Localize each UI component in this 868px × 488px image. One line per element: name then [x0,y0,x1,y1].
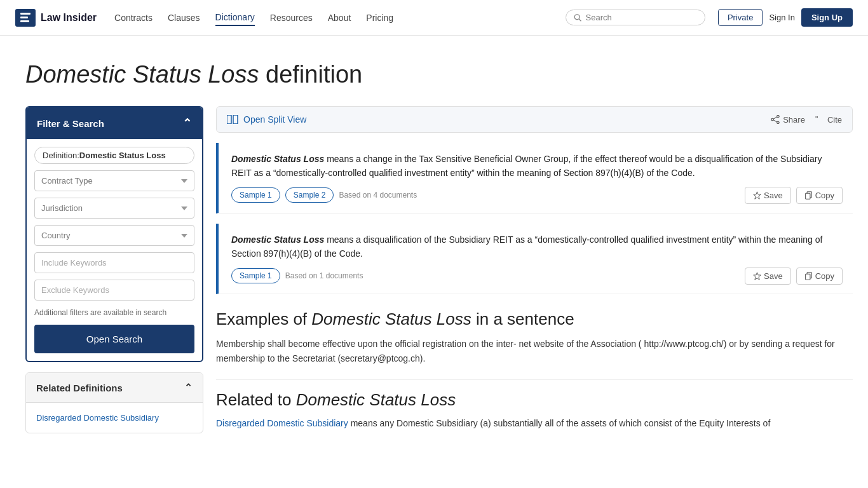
filter-note: Additional filters are available in sear… [34,307,194,318]
svg-rect-18 [805,274,810,280]
private-button[interactable]: Private [718,9,763,26]
filter-title: Filter & Search [37,118,104,129]
page-title: Domestic Status Loss definition [25,61,853,88]
page-container: Domestic Status Loss definition Filter &… [0,36,868,459]
filter-collapse-icon[interactable]: ⌃ [182,116,192,130]
split-view-icon [227,115,238,124]
examples-title: Examples of Domestic Status Loss in a se… [216,309,853,329]
logo-icon [15,9,36,27]
svg-line-11 [773,120,777,122]
svg-point-8 [771,118,774,121]
copy-icon [804,191,813,200]
definition-tag-value: Domestic Status Loss [79,151,166,160]
nav-contracts[interactable]: Contracts [114,10,153,25]
definition-text-1: Domestic Status Loss means a change in t… [231,152,843,180]
svg-marker-16 [754,272,761,279]
nav-clauses[interactable]: Clauses [168,10,200,25]
filter-box: Filter & Search ⌃ Definition: Domestic S… [25,106,203,362]
open-search-button[interactable]: Open Search [34,325,194,353]
related-definitions-box: Related Definitions ⌃ Disregarded Domest… [25,372,203,433]
svg-marker-13 [754,192,761,199]
related-definitions-header: Related Definitions ⌃ [26,373,203,403]
examples-text: Membership shall become effective upon t… [216,337,853,381]
nav-logo[interactable]: Law Insider [15,9,97,27]
signup-button[interactable]: Sign Up [801,8,853,27]
svg-point-7 [777,115,780,118]
nav-about[interactable]: About [328,10,351,25]
nav-actions: Private Sign In Sign Up [718,8,853,27]
svg-rect-6 [233,115,238,124]
definition-samples-1: Sample 1 Sample 2 Based on 4 documents [231,187,417,203]
filter-body: Definition: Domestic Status Loss Contrac… [27,139,202,361]
related-collapse-icon[interactable]: ⌃ [184,382,193,393]
content-row: Filter & Search ⌃ Definition: Domestic S… [25,106,853,433]
related-section-link[interactable]: Disregarded Domestic Subsidiary [216,418,348,428]
definition-card-1: Domestic Status Loss means a change in t… [216,143,853,214]
share-icon [771,115,780,124]
definition-footer-2: Sample 1 Based on 1 documents Save Copy [231,268,843,285]
split-bar: Open Split View Share " Cite [216,106,853,133]
share-button[interactable]: Share [771,115,805,125]
search-icon [574,13,582,22]
svg-rect-2 [20,20,29,22]
nav-resources[interactable]: Resources [270,10,313,25]
definition-tag-prefix: Definition: [43,151,79,160]
definition-tag: Definition: Domestic Status Loss [34,147,194,164]
split-bar-actions: Share " Cite [771,115,842,125]
open-split-view-btn[interactable]: Open Split View [227,114,306,125]
related-definitions-title: Related Definitions [36,383,123,393]
doc-count-2: Based on 1 documents [285,271,363,280]
copy-icon-2 [804,272,813,280]
doc-count-1: Based on 4 documents [339,191,417,200]
nav-dictionary[interactable]: Dictionary [215,10,255,26]
search-input[interactable] [586,13,697,22]
signin-button[interactable]: Sign In [769,13,794,22]
nav-links: Contracts Clauses Dictionary Resources A… [114,10,566,26]
definition-card-2: Domestic Status Loss means a disqualific… [216,224,853,294]
definition-text-2: Domestic Status Loss means a disqualific… [231,233,843,261]
cite-icon: " [815,115,824,124]
definition-actions-2: Save Copy [745,268,843,285]
sample-1-btn-card1[interactable]: Sample 1 [231,187,280,203]
svg-point-3 [574,14,580,19]
save-btn-2[interactable]: Save [745,268,791,285]
copy-btn-1[interactable]: Copy [796,187,843,204]
filter-header: Filter & Search ⌃ [27,107,202,139]
star-icon-2 [753,272,761,280]
save-btn-1[interactable]: Save [745,187,791,204]
svg-rect-0 [20,13,31,15]
nav-search-box [566,10,705,25]
definition-footer-1: Sample 1 Sample 2 Based on 4 documents S… [231,187,843,204]
svg-rect-15 [805,193,810,199]
main-content: Open Split View Share " Cite Domestic S [216,106,853,431]
svg-text:": " [815,115,818,124]
sidebar: Filter & Search ⌃ Definition: Domestic S… [25,106,203,433]
country-select[interactable]: Country [34,225,194,246]
cite-button[interactable]: " Cite [815,115,842,125]
include-keywords-input[interactable] [34,252,194,273]
sample-2-btn-card1[interactable]: Sample 2 [285,187,334,203]
nav-pricing[interactable]: Pricing [366,10,393,25]
related-link-disregarded[interactable]: Disregarded Domestic Subsidiary [36,410,193,425]
exclude-keywords-input[interactable] [34,280,194,301]
svg-rect-5 [227,115,231,124]
svg-line-10 [773,117,777,119]
copy-btn-2[interactable]: Copy [796,268,843,285]
svg-rect-1 [20,17,28,18]
jurisdiction-select[interactable]: Jurisdiction [34,198,194,219]
contract-type-select[interactable]: Contract Type [34,170,194,191]
sample-1-btn-card2[interactable]: Sample 1 [231,268,280,283]
related-text: Disregarded Domestic Subsidiary means an… [216,416,853,431]
navbar: Law Insider Contracts Clauses Dictionary… [0,0,868,36]
logo-text: Law Insider [41,12,97,24]
svg-point-9 [777,121,780,124]
star-icon [753,191,761,200]
related-definitions-body: Disregarded Domestic Subsidiary [26,403,203,433]
svg-line-4 [579,18,581,20]
definition-samples-2: Sample 1 Based on 1 documents [231,268,363,283]
related-title: Related to Domestic Status Loss [216,390,853,410]
definition-actions-1: Save Copy [745,187,843,204]
